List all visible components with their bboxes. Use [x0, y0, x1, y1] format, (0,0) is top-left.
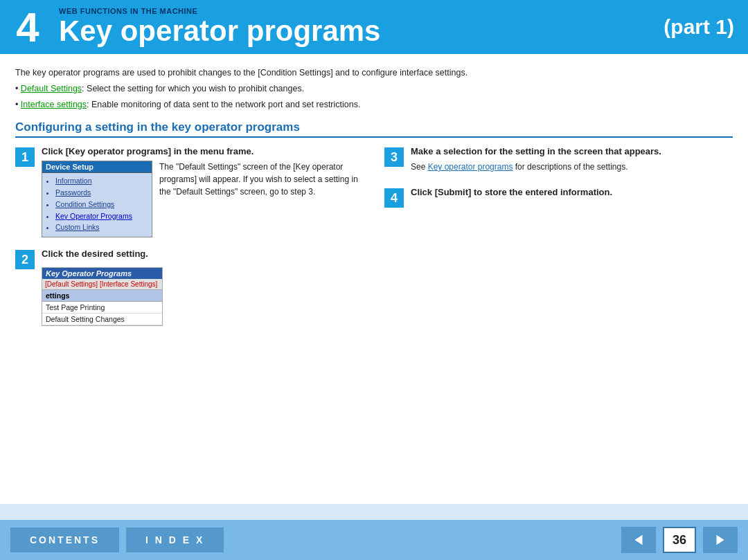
svg-marker-0 [635, 535, 643, 545]
step-1-content: Click [Key operator programs] in the men… [42, 146, 364, 237]
default-settings-link[interactable]: Default Settings [21, 84, 82, 93]
step-4-heading: Click [Submit] to store the entered info… [411, 187, 733, 197]
menu-item-condition-settings: Condition Settings [55, 199, 148, 210]
step-1: 1 Click [Key operator programs] in the m… [15, 146, 364, 237]
kop-tabs: [Default Settings] [Interface Settings] [42, 279, 162, 290]
step-4-number: 4 [384, 188, 404, 208]
kop-tab-default[interactable]: [Default Settings] [45, 280, 98, 288]
menu-item-passwords: Passwords [55, 187, 148, 199]
step-3-content: Make a selection for the setting in the … [411, 146, 733, 173]
header-part: (part 1) [664, 0, 748, 54]
menu-item-information: Information [55, 175, 148, 187]
step-1-number: 1 [15, 147, 35, 167]
intro-bullet1: • Default Settings: Select the setting f… [15, 82, 733, 96]
svg-marker-1 [717, 535, 724, 545]
step-2-number: 2 [15, 250, 35, 269]
page-header: 4 WEB FUNCTIONS IN THE MACHINE Key opera… [0, 0, 748, 54]
step-3-number: 3 [384, 147, 404, 167]
next-icon [713, 532, 728, 548]
chapter-number: 4 [0, 0, 55, 54]
prev-icon [631, 532, 646, 548]
main-content: The key operator programs are used to pr… [0, 54, 748, 504]
kop-item-test-page: Test Page Printing [42, 302, 162, 314]
device-setup-screenshot: Device Setup Information Passwords Condi… [42, 161, 152, 237]
menu-item-key-operator: Key Operator Programs [55, 210, 148, 222]
step-3: 3 Make a selection for the setting in th… [384, 146, 733, 173]
steps-col2: 3 Make a selection for the setting in th… [384, 146, 733, 337]
kop-screenshot: Key Operator Programs [Default Settings]… [42, 267, 163, 326]
step-2-heading: Click the desired setting. [42, 249, 364, 259]
index-button[interactable]: I N D E X [126, 527, 224, 552]
step-1-heading: Click [Key operator programs] in the men… [42, 146, 364, 156]
next-button[interactable] [703, 527, 738, 553]
step-3-body: See Key operator programs for descriptio… [411, 161, 733, 173]
step-1-caption: The "Default Settings" screen of the [Ke… [159, 161, 364, 237]
bottom-bar: CONTENTS I N D E X 36 [0, 520, 748, 560]
step-2-content: Click the desired setting. Key Operator … [42, 249, 364, 326]
steps-col1: 1 Click [Key operator programs] in the m… [15, 146, 364, 337]
intro-bullet2: • Interface settings: Enable monitoring … [15, 98, 733, 111]
menu-screenshot-items: Information Passwords Condition Settings… [42, 173, 152, 237]
step-2: 2 Click the desired setting. Key Operato… [15, 249, 364, 326]
key-operator-link[interactable]: Key operator programs [428, 162, 513, 172]
kop-tab-interface[interactable]: [Interface Settings] [100, 280, 157, 288]
menu-screenshot-title: Device Setup [42, 161, 152, 173]
menu-item-custom-links: Custom Links [55, 222, 148, 233]
step-3-heading: Make a selection for the setting in the … [411, 146, 733, 156]
step-4-content: Click [Submit] to store the entered info… [411, 187, 733, 201]
section-title: Configuring a setting in the key operato… [15, 120, 733, 138]
header-text-block: WEB FUNCTIONS IN THE MACHINE Key operato… [55, 0, 664, 54]
kop-settings-label: ettings [42, 290, 162, 302]
prev-button[interactable] [621, 527, 656, 553]
page-number: 36 [663, 527, 696, 553]
kop-title: Key Operator Programs [42, 268, 162, 279]
intro-line1: The key operator programs are used to pr… [15, 66, 733, 80]
contents-button[interactable]: CONTENTS [10, 527, 119, 552]
header-title: Key operator programs [59, 15, 664, 47]
step-4: 4 Click [Submit] to store the entered in… [384, 187, 733, 208]
step-1-detail: Device Setup Information Passwords Condi… [42, 161, 364, 237]
kop-item-default-changes: Default Setting Changes [42, 314, 162, 325]
interface-settings-link[interactable]: Interface settings [21, 100, 87, 109]
steps-grid: 1 Click [Key operator programs] in the m… [15, 146, 733, 337]
